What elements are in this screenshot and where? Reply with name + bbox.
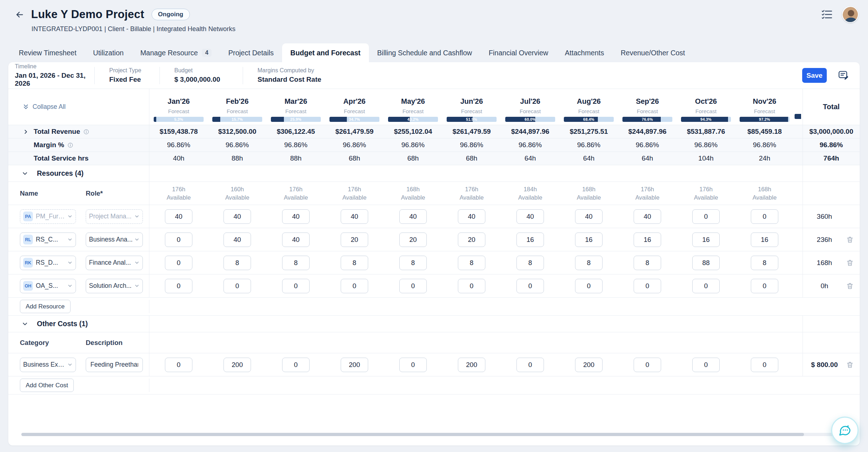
hours-input[interactable] [692,233,720,247]
hours-input[interactable] [458,279,485,293]
availability-cell: 160hAvailable [208,182,267,205]
cost-category-select[interactable]: Business Exp... [20,358,76,372]
hours-input[interactable] [751,233,778,247]
hours-input[interactable] [634,279,661,293]
summary-label-cell: Margin % [8,138,149,152]
hours-input[interactable] [458,209,485,224]
hours-input[interactable] [692,256,720,270]
tab-manage-resource[interactable]: Manage Resource4 [132,43,220,62]
resource-name-select[interactable]: RLRS_C... [20,233,76,247]
tab-billing-schedule-and-cashflow[interactable]: Billing Schedule and Cashflow [369,43,480,62]
collapse-section-button[interactable] [22,171,28,176]
hours-input[interactable] [516,256,544,270]
cost-description-input[interactable] [86,358,143,372]
resource-role-select[interactable]: Business Ana... [86,233,143,247]
tab-project-details[interactable]: Project Details [220,43,282,62]
hours-input[interactable] [516,209,544,224]
tab-budget-and-forecast[interactable]: Budget and Forecast [282,43,369,62]
hours-input[interactable] [341,209,368,224]
hours-input[interactable] [751,279,778,293]
hours-input[interactable] [165,256,192,270]
tab-attachments[interactable]: Attachments [557,43,612,62]
hours-input[interactable] [575,233,603,247]
resource-name-select[interactable]: OHOA_S... [20,279,76,293]
scrollbar-thumb[interactable] [21,433,804,436]
hours-input[interactable] [282,279,310,293]
delete-cost-button[interactable] [843,358,857,372]
hours-input[interactable] [282,233,310,247]
resource-role-select[interactable]: Project Mana... [86,209,143,224]
tab-utilization[interactable]: Utilization [85,43,132,62]
resource-avatar-badge: OH [23,281,33,291]
hours-input[interactable] [751,256,778,270]
hours-input[interactable] [399,256,427,270]
hours-input[interactable] [224,279,251,293]
cost-input[interactable] [341,358,368,372]
resource-name-select[interactable]: RKRS_D... [20,256,76,270]
hours-input[interactable] [282,256,310,270]
delete-resource-button[interactable] [843,279,857,293]
hours-input[interactable] [634,233,661,247]
hours-input[interactable] [751,209,778,224]
hours-input[interactable] [516,233,544,247]
tab-financial-overview[interactable]: Financial Overview [480,43,557,62]
add-resource-button[interactable]: Add Resource [20,300,71,313]
cost-input[interactable] [516,358,544,372]
save-button[interactable]: Save [802,68,827,83]
task-list-button[interactable] [820,8,833,21]
delete-resource-button[interactable] [843,256,857,270]
summary-value-cell: $261,479.59 [442,125,501,138]
cost-input[interactable] [458,358,485,372]
hours-input[interactable] [341,233,368,247]
hours-input[interactable] [575,209,603,224]
resource-role-select[interactable]: Solution Arch... [86,279,143,293]
hours-input[interactable] [224,209,251,224]
cost-input[interactable] [224,358,251,372]
add-other-cost-button[interactable]: Add Other Cost [20,379,74,392]
collapse-all-button[interactable]: Collapse All [23,103,65,111]
tab-review-timesheet[interactable]: Review Timesheet [10,43,85,62]
summary-value-cell: 64h [618,152,677,165]
cost-input[interactable] [634,358,661,372]
resource-role-select[interactable]: Finance Anal... [86,256,143,270]
cost-input[interactable] [751,358,778,372]
hours-input[interactable] [341,279,368,293]
hours-input[interactable] [399,279,427,293]
hours-input[interactable] [399,233,427,247]
hours-input[interactable] [516,279,544,293]
hours-input[interactable] [575,256,603,270]
resource-name-select[interactable]: PAPM_Furo ... [20,209,76,224]
cost-input[interactable] [399,358,427,372]
hours-input[interactable] [165,279,192,293]
hours-input[interactable] [692,279,720,293]
delete-resource-button[interactable] [843,233,857,247]
expand-row-button[interactable] [23,129,29,135]
hours-input[interactable] [165,209,192,224]
hours-input[interactable] [575,279,603,293]
back-button[interactable] [13,8,26,21]
hours-input[interactable] [634,256,661,270]
cost-input[interactable] [165,358,192,372]
hours-input[interactable] [399,209,427,224]
assistant-fab-button[interactable] [831,417,859,444]
hours-input[interactable] [165,233,192,247]
hours-input[interactable] [224,256,251,270]
collapse-section-button[interactable] [22,321,28,327]
notes-button[interactable] [838,70,849,81]
hours-input[interactable] [692,209,720,224]
hours-cell [384,228,442,251]
hours-cell [267,274,325,297]
info-field-label: Timeline [15,63,94,70]
hours-input[interactable] [282,209,310,224]
cost-input[interactable] [575,358,603,372]
hours-input[interactable] [224,233,251,247]
cost-input[interactable] [692,358,720,372]
user-avatar[interactable] [842,6,859,23]
hours-input[interactable] [634,209,661,224]
tab-revenue-other-cost[interactable]: Revenue/Other Cost [612,43,693,62]
hours-input[interactable] [458,233,485,247]
hours-input[interactable] [341,256,368,270]
cost-input[interactable] [282,358,310,372]
summary-value: $244,897.96 [628,128,667,136]
hours-input[interactable] [458,256,485,270]
